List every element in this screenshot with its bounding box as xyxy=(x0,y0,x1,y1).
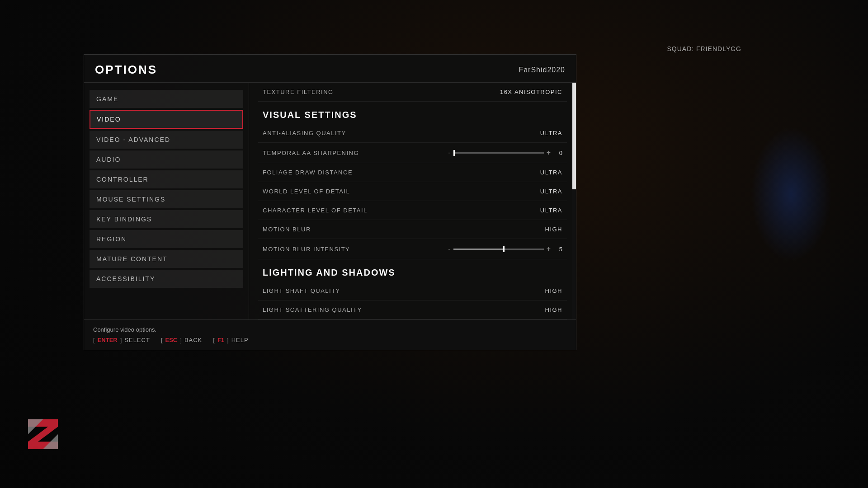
logo xyxy=(18,409,68,461)
light-shaft-label: LIGHT SHAFT QUALITY xyxy=(263,287,340,294)
setting-row-world-lod: WORLD LEVEL OF DETAIL ULTRA xyxy=(258,182,567,201)
light-scattering-value: HIGH xyxy=(545,306,563,313)
bracket-open-f1: [ xyxy=(213,337,215,343)
bracket-close-f1: ] xyxy=(227,337,229,343)
sidebar-item-mouse-settings[interactable]: MOUSE SETTINGS xyxy=(90,190,243,208)
squad-info: SQUAD: FRIENDLYGG xyxy=(667,45,741,52)
key-esc-name: ESC xyxy=(165,337,178,343)
slider-minus-icon-2: - xyxy=(448,245,450,253)
bracket-open-esc: [ xyxy=(161,337,163,343)
sidebar-item-game[interactable]: GAME xyxy=(90,90,243,108)
motion-blur-value: HIGH xyxy=(545,226,563,233)
temporal-aa-thumb xyxy=(453,150,455,156)
motion-blur-intensity-value: 5 xyxy=(553,246,562,253)
motion-blur-thumb xyxy=(503,246,505,252)
world-lod-label: WORLD LEVEL OF DETAIL xyxy=(263,188,350,195)
sidebar-item-key-bindings[interactable]: KEY BINDINGS xyxy=(90,210,243,228)
options-body: GAME VIDEO VIDEO - ADVANCED AUDIO CONTRO… xyxy=(84,83,576,319)
footer-keys: [ ENTER ] SELECT [ ESC ] BACK [ F1 ] HEL… xyxy=(93,337,567,343)
options-header: OPTIONS FarShid2020 xyxy=(84,55,576,83)
character-lod-label: CHARACTER LEVEL OF DETAIL xyxy=(263,207,368,214)
sidebar-item-accessibility[interactable]: ACCESSIBILITY xyxy=(90,270,243,288)
temporal-aa-label: TEMPORAL AA SHARPENING xyxy=(263,150,359,156)
slider-minus-icon: - xyxy=(448,149,450,157)
setting-row-motion-blur: MOTION BLUR HIGH xyxy=(258,220,567,239)
foliage-value: ULTRA xyxy=(540,169,562,176)
light-scattering-label: LIGHT SCATTERING QUALITY xyxy=(263,306,362,313)
key-enter-action: SELECT xyxy=(124,337,150,343)
sidebar-item-controller[interactable]: CONTROLLER xyxy=(90,170,243,188)
key-f1-action: HELP xyxy=(231,337,249,343)
temporal-aa-slider[interactable]: - + 0 xyxy=(448,149,562,157)
options-footer: Configure video options. [ ENTER ] SELEC… xyxy=(84,319,576,350)
anti-aliasing-value: ULTRA xyxy=(540,130,562,136)
decorative-orb xyxy=(750,127,832,262)
setting-row-temporal-aa: TEMPORAL AA SHARPENING - + 0 xyxy=(258,143,567,163)
anti-aliasing-label: ANTI-ALIASING QUALITY xyxy=(263,130,346,136)
key-esc-action: BACK xyxy=(184,337,202,343)
motion-blur-intensity-label: MOTION BLUR INTENSITY xyxy=(263,246,350,253)
content-area[interactable]: TEXTURE FILTERING 16X ANISOTROPIC VISUAL… xyxy=(249,83,576,319)
footer-description: Configure video options. xyxy=(93,326,567,333)
motion-blur-fill xyxy=(453,249,503,250)
character-lod-value: ULTRA xyxy=(540,207,562,214)
texture-filtering-value: 16X ANISOTROPIC xyxy=(500,89,562,95)
bracket-open-enter: [ xyxy=(93,337,95,343)
setting-row-texture-filtering: TEXTURE FILTERING 16X ANISOTROPIC xyxy=(258,83,567,102)
sidebar-item-region[interactable]: REGION xyxy=(90,230,243,248)
sidebar-item-mature-content[interactable]: MATURE CONTENT xyxy=(90,250,243,268)
sidebar-item-video-advanced[interactable]: VIDEO - ADVANCED xyxy=(90,131,243,149)
bracket-close-esc: ] xyxy=(180,337,182,343)
setting-row-light-shaft: LIGHT SHAFT QUALITY HIGH xyxy=(258,282,567,300)
motion-blur-label: MOTION BLUR xyxy=(263,226,311,233)
lighting-shadows-heading: LIGHTING AND SHADOWS xyxy=(258,259,567,282)
options-panel: OPTIONS FarShid2020 GAME VIDEO VIDEO - A… xyxy=(84,54,576,350)
setting-row-light-scattering: LIGHT SCATTERING QUALITY HIGH xyxy=(258,300,567,319)
temporal-aa-value: 0 xyxy=(553,150,562,156)
scrollbar-thumb[interactable] xyxy=(572,83,576,189)
light-shaft-value: HIGH xyxy=(545,287,563,294)
key-f1-name: F1 xyxy=(217,337,224,343)
setting-row-foliage: FOLIAGE DRAW DISTANCE ULTRA xyxy=(258,163,567,182)
texture-filtering-label: TEXTURE FILTERING xyxy=(263,89,334,95)
setting-row-character-lod: CHARACTER LEVEL OF DETAIL ULTRA xyxy=(258,201,567,220)
motion-blur-track xyxy=(453,249,544,250)
slider-plus-icon: + xyxy=(547,149,551,157)
slider-plus-icon-2: + xyxy=(547,245,551,253)
options-title: OPTIONS xyxy=(95,63,157,77)
key-f1: [ F1 ] HELP xyxy=(213,337,248,343)
scrollbar-track xyxy=(572,83,576,319)
sidebar-item-audio[interactable]: AUDIO xyxy=(90,150,243,169)
setting-row-motion-blur-intensity: MOTION BLUR INTENSITY - + 5 xyxy=(258,239,567,259)
foliage-label: FOLIAGE DRAW DISTANCE xyxy=(263,169,353,176)
key-enter: [ ENTER ] SELECT xyxy=(93,337,150,343)
key-esc: [ ESC ] BACK xyxy=(161,337,202,343)
world-lod-value: ULTRA xyxy=(540,188,562,195)
sidebar: GAME VIDEO VIDEO - ADVANCED AUDIO CONTRO… xyxy=(84,83,249,319)
visual-settings-heading: VISUAL SETTINGS xyxy=(258,102,567,124)
temporal-aa-track xyxy=(453,152,544,154)
key-enter-name: ENTER xyxy=(98,337,118,343)
motion-blur-intensity-slider[interactable]: - + 5 xyxy=(448,245,562,253)
sidebar-item-video[interactable]: VIDEO xyxy=(90,110,243,129)
username: FarShid2020 xyxy=(519,66,565,74)
bracket-close-enter: ] xyxy=(120,337,122,343)
setting-row-anti-aliasing: ANTI-ALIASING QUALITY ULTRA xyxy=(258,124,567,143)
